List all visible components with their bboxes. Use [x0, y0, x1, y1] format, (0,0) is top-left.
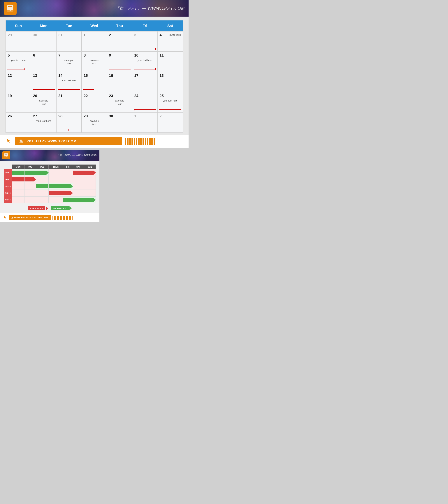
logo-box — [4, 2, 17, 15]
day-wed: Wed — [82, 20, 107, 31]
svg-point-11 — [6, 156, 7, 157]
svg-rect-8 — [5, 154, 8, 154]
task3-sun — [84, 183, 96, 190]
task4-fri — [63, 190, 73, 197]
bar-4 — [158, 49, 183, 49]
day-sat: Sat — [158, 20, 183, 31]
cal-cell-29b: 29 exampletext — [82, 112, 107, 133]
cal-cell-6: 6 — [31, 52, 56, 72]
legend-example1-label: EXAMPLE 1 — [30, 207, 43, 209]
task3-wed — [36, 183, 49, 190]
cal-cell-19: 19 — [6, 92, 31, 112]
cal-cell-14: 14 your text here — [56, 72, 82, 92]
task1-label: TASK 1 — [4, 169, 12, 176]
task4-thur — [49, 190, 63, 197]
task4-sun — [84, 190, 96, 197]
task1-thur — [49, 169, 63, 176]
legend-example1-arrow — [46, 206, 48, 210]
cal-cell-5: 5 your text here — [6, 52, 31, 72]
day-tue: Tue — [56, 20, 82, 31]
calendar-header: Sun Mon Tue Wed Thu Fri Sat — [6, 20, 183, 31]
cal-cell-27: 27 your text here — [31, 112, 56, 133]
gantt-row-task4: TASK 4 — [4, 190, 96, 197]
header-mon: MON — [12, 165, 24, 169]
svg-rect-4 — [8, 8, 12, 8]
task2-mon — [12, 176, 24, 183]
day-sun: Sun — [6, 20, 31, 31]
cal-cell-11: 11 — [158, 52, 183, 72]
task4-tue — [24, 190, 36, 197]
footer-link-1: 第一PPT HTTP://WWW.1PPT.COM — [15, 137, 122, 145]
cal-cell-18: 18 — [158, 72, 183, 92]
slide2-footer-link: 第一PPT HTTP://WWW.1PPT.COM — [9, 215, 51, 220]
task5-mon — [12, 197, 24, 203]
svg-rect-1 — [7, 5, 13, 10]
cal-cell-15: 15 — [82, 72, 107, 92]
gantt-row-task2: TASK 2 — [4, 176, 96, 183]
cal-cell-22: 22 — [82, 92, 107, 112]
task5-fri — [63, 197, 73, 203]
slide1: Sun Mon Tue Wed Thu Fri Sat 29 30 31 1 2… — [0, 17, 189, 135]
calendar-week2: 5 your text here 6 7 exampletext 8 examp… — [6, 52, 183, 72]
bar-9 — [107, 69, 132, 70]
task2-label: TASK 2 — [4, 176, 12, 183]
text-27: your text here — [33, 119, 54, 123]
calendar-week3: 12 13 14 your text here 15 — [6, 72, 183, 92]
cal-cell-24: 24 — [132, 92, 157, 112]
task1-tue — [24, 169, 36, 176]
task1-sat — [73, 169, 84, 176]
cal-cell-9: 9 — [107, 52, 132, 72]
task1-fri — [63, 169, 73, 176]
bar-14 — [56, 89, 81, 90]
slide2-logo — [2, 151, 10, 159]
legend-example2: EXAMPLE 2 — [51, 206, 72, 210]
task3-label: TASK 3 — [4, 183, 12, 190]
cal-cell-1: 1 — [82, 31, 107, 52]
task5-sat — [73, 197, 84, 203]
text-8: exampletext — [84, 59, 105, 65]
cal-cell-2b: 2 — [158, 112, 183, 133]
header-sun: SUN — [84, 165, 96, 169]
site-title: 『第一PPT』— WWW.1PPT.COM — [115, 5, 185, 11]
cal-cell-28: 28 — [56, 112, 82, 133]
task5-sun — [84, 197, 96, 203]
task4-label: TASK 4 — [4, 190, 12, 197]
calendar-week5: 26 27 your text here 28 29 — [6, 112, 183, 133]
bar-5 — [6, 69, 31, 70]
task2-thur — [49, 176, 63, 183]
bar-3 — [132, 49, 157, 49]
text-20: exampletext — [33, 99, 54, 106]
bar-27 — [31, 130, 56, 130]
day-fri: Fri — [132, 20, 157, 31]
header-sat: SAT — [73, 165, 84, 169]
cal-cell-17: 17 — [132, 72, 157, 92]
task-col-header — [4, 165, 12, 169]
gantt-row-task5: TASK 5 — [4, 197, 96, 203]
svg-rect-3 — [8, 7, 11, 7]
cal-cell-23: 23 exampletext — [107, 92, 132, 112]
task5-label: TASK 5 — [4, 197, 12, 203]
task3-mon — [12, 183, 24, 190]
slide2-site-title: 『第一PPT』— WWW.1PPT.COM — [57, 154, 97, 157]
text-23: exampletext — [109, 99, 130, 106]
slide2-logo-icon — [4, 153, 9, 158]
task5-tue — [24, 197, 36, 203]
slide2-stripes — [52, 216, 72, 220]
cal-cell-8: 8 exampletext — [82, 52, 107, 72]
day-mon: Mon — [31, 20, 56, 31]
task2-tue — [24, 176, 36, 183]
gantt-header-row: MON TUE WED THUR FRI SAT SUN — [4, 165, 96, 169]
task3-sat — [73, 183, 84, 190]
cal-cell-10: 10 your text here — [132, 52, 157, 72]
text-5: your text here — [8, 59, 29, 62]
legend-example2-bar: EXAMPLE 2 — [51, 206, 69, 210]
svg-point-5 — [10, 10, 11, 11]
slide2-footer: 🖈 第一PPT HTTP://WWW.1PPT.COM — [0, 213, 100, 222]
paperclip-sm-icon: 🖈 — [2, 215, 8, 221]
cal-cell-1b: 1 — [132, 112, 157, 133]
text-29b: exampletext — [84, 119, 105, 126]
text-14: your text here — [58, 79, 80, 82]
cal-cell-26: 26 — [6, 112, 31, 133]
cal-cell-3: 3 — [132, 31, 157, 52]
bar-10 — [132, 69, 157, 70]
